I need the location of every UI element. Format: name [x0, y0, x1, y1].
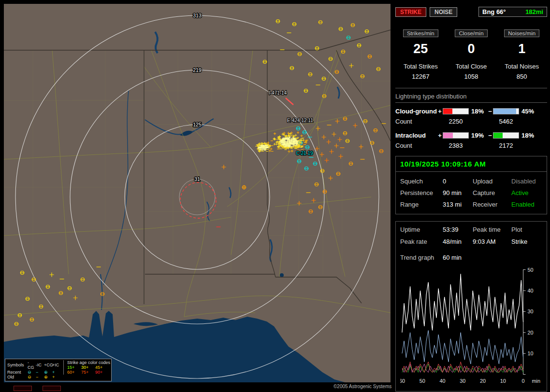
- plus-sign: +: [437, 108, 443, 115]
- ic-negative-bar-fill: [493, 133, 503, 138]
- application-window: { "app": { "copyright": "©2005 Astrogeni…: [0, 0, 550, 392]
- plus-sign: +: [437, 132, 443, 139]
- persistence-label: Persistence: [400, 189, 443, 196]
- ic-negative-count: 2172: [493, 142, 519, 149]
- total-noises-label: Total Noises: [496, 63, 547, 70]
- ic-positive-percent: 19%: [469, 132, 487, 139]
- storm-cell-label: C-21 19: [296, 151, 313, 156]
- intracloud-row: Intracloud + 19% − 18%: [395, 132, 547, 139]
- close-per-min-label: Close/min: [455, 29, 487, 37]
- persistence-value: 90 min: [443, 189, 473, 196]
- trend-x-axis-unit: min: [532, 378, 540, 384]
- noises-per-min-label: Noises/min: [504, 29, 539, 37]
- legend-symbol-glyph: +: [52, 375, 59, 379]
- strike-button[interactable]: STRIKE: [395, 7, 426, 17]
- peak-time-value: 9:03 AM: [473, 238, 511, 245]
- mini-indicator-2: [43, 386, 61, 391]
- receiver-label: Receiver: [473, 201, 511, 208]
- panel-top-bar: STRIKE NOISE Bng 66° 182mi: [395, 7, 547, 17]
- cg-negative-bar-fill: [493, 109, 516, 114]
- ic-positive-bar-fill: [443, 133, 453, 138]
- range-label: Range: [400, 201, 443, 208]
- rate-column-strikes: Strikes/min 25 Total Strikes 12267: [395, 29, 446, 80]
- copyright-text: ©2005 Astrogenic Systems: [333, 384, 391, 389]
- bearing-display: Bng 66° 182mi: [478, 7, 547, 17]
- peak-rate-value: 48/min: [443, 238, 473, 245]
- peak-rate-label: Peak rate: [400, 238, 443, 245]
- intracloud-count-row: Count 2383 2172: [395, 142, 547, 149]
- trend-graph-header: Trend graph 60 min: [400, 254, 542, 261]
- legend-symbol-glyph: −: [36, 375, 43, 379]
- legend-symbols-header: Symbols: [7, 363, 27, 367]
- trend-x-tick-label: 20: [480, 378, 486, 384]
- minus-sign: −: [487, 108, 493, 115]
- receiver-value: Enabled: [511, 201, 542, 208]
- bearing-value: Bng 66°: [482, 8, 506, 15]
- noise-button[interactable]: NOISE: [430, 7, 457, 17]
- legend-symbol-glyph: ⊖: [28, 375, 35, 379]
- upload-label: Upload: [473, 178, 511, 185]
- legend-symbol-glyph: ⊕: [44, 370, 51, 375]
- range-value: 313 mi: [443, 201, 473, 208]
- cg-positive-count: 2250: [443, 118, 469, 125]
- trend-x-tick-label: 60: [400, 378, 405, 384]
- range-ring-label: 219: [193, 67, 202, 73]
- peak-time-label: Peak time: [473, 226, 511, 233]
- strikes-per-min-value: 25: [395, 42, 446, 56]
- trend-series-red: [402, 362, 523, 373]
- uptime-value: 53:39: [443, 226, 473, 233]
- trend-series-blue: [402, 330, 523, 364]
- intracloud-label: Intracloud: [395, 132, 437, 139]
- legend-symbol-glyph: ⊕: [44, 375, 51, 379]
- legend-symbols-table: Symbols-CG-IC+CG+ICRecent⊖−⊕+Old⊖−⊕+: [7, 360, 59, 379]
- storm-cell-label: E-424 12:11: [287, 118, 313, 123]
- legend-age-value: 15+: [67, 365, 80, 370]
- rate-column-close: Close/min 0 Total Close 1058: [446, 29, 497, 80]
- map-view[interactable]: 31321912531 I-471-14E-424 12:11C-21 19 S…: [4, 4, 391, 382]
- cg-positive-percent: 18%: [469, 108, 487, 115]
- legend-age-value: 30+: [81, 365, 94, 370]
- cloud-ground-label: Cloud-ground: [395, 108, 437, 115]
- legend-row-label: Old: [7, 375, 27, 379]
- ic-count-label: Count: [395, 142, 437, 149]
- trend-y-tick-label: 30: [527, 308, 533, 314]
- info-panel: STRIKE NOISE Bng 66° 182mi Strikes/min 2…: [395, 4, 547, 389]
- cg-negative-bar: [493, 108, 519, 114]
- legend-age-header: Strike age color codes: [67, 360, 108, 365]
- total-noises-value: 850: [496, 73, 547, 80]
- total-strikes-label: Total Strikes: [395, 63, 446, 70]
- legend-age-value: 45+: [95, 365, 108, 370]
- squelch-label: Squelch: [400, 178, 443, 185]
- trend-window-value: 60 min: [443, 254, 542, 261]
- trend-x-tick-label: 50: [420, 378, 425, 384]
- status-divider: [396, 171, 547, 172]
- noises-per-min-value: 1: [496, 42, 547, 56]
- section-divider: [395, 88, 547, 88]
- ic-negative-bar: [493, 132, 519, 139]
- legend-age-value: 60+: [67, 370, 80, 375]
- trend-y-tick-label: 10: [527, 350, 533, 356]
- legend-age-value: 75+: [81, 370, 94, 375]
- legend-row-label: Recent: [7, 370, 27, 375]
- squelch-value: 0: [443, 178, 473, 185]
- trend-x-tick-label: 0: [522, 378, 525, 384]
- range-ring-label: 125: [193, 122, 202, 127]
- trend-x-tick-label: 10: [500, 378, 506, 384]
- total-strikes-value: 12267: [395, 73, 446, 80]
- strikes-per-min-label: Strikes/min: [403, 29, 438, 37]
- legend-age-value: 90+: [95, 370, 108, 375]
- cloud-ground-count-row: Count 2250 5462: [395, 118, 547, 125]
- distribution-title: Lightning type distribution: [395, 93, 547, 100]
- ic-negative-percent: 18%: [519, 132, 536, 139]
- trend-x-tick-label: 40: [439, 378, 445, 384]
- cg-positive-bar-fill: [443, 109, 452, 114]
- stats-section: Uptime 53:39 Peak time Plot Peak rate 48…: [395, 221, 547, 392]
- cg-negative-count: 5462: [493, 118, 519, 125]
- stats-grid: Uptime 53:39 Peak time Plot Peak rate 48…: [400, 226, 542, 245]
- cg-count-label: Count: [395, 118, 437, 125]
- uptime-label: Uptime: [400, 226, 443, 233]
- range-ring-label: 313: [193, 13, 202, 18]
- legend-symbol-glyph: ⊖: [28, 370, 35, 375]
- close-per-min-value: 0: [446, 42, 497, 56]
- section-divider-2: [395, 102, 547, 103]
